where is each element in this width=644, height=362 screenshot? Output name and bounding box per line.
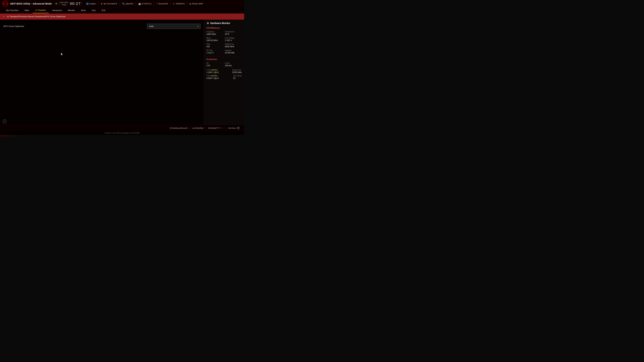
dos-thresh: Dos Thresh 91 bbox=[233, 75, 242, 79]
nav-ai-tweaker[interactable]: Ai Tweaker bbox=[33, 7, 49, 13]
day-display: Friday bbox=[60, 4, 68, 6]
nav-tool[interactable]: Tool bbox=[89, 7, 98, 13]
div3 bbox=[98, 2, 98, 5]
footer-last-modified[interactable]: Last Modified bbox=[190, 127, 206, 129]
hotkey-badge: ? bbox=[237, 127, 240, 129]
settings-icon[interactable]: ⚙ bbox=[55, 2, 57, 5]
mouse-cursor bbox=[61, 53, 63, 56]
cpu-memory-header: CPU/Memory bbox=[206, 27, 242, 29]
gfx-optimizer-select[interactable]: Auto All Core Per Core bbox=[147, 24, 200, 29]
breadcrumb-bar: ← Ai Tweaker\Precision Boost Overdrive\G… bbox=[0, 13, 244, 19]
sidebar-title-text: Hardware Monitor bbox=[210, 22, 230, 24]
tool-ai-oc[interactable]: 🤖 AI OC(F11) bbox=[137, 2, 153, 6]
breadcrumb: Ai Tweaker\Precision Boost Overdrive\GFX… bbox=[7, 15, 66, 18]
tool-search[interactable]: ? Search(F9) bbox=[155, 2, 170, 6]
star-icon: ★ bbox=[100, 2, 103, 5]
cpu-memory-stats: Frequency 4300 MHz Temperature 33°C BCLK… bbox=[206, 31, 242, 54]
stat-bclk: BCLK 100.00 MHz bbox=[206, 37, 224, 41]
rog-logo-icon: ROG bbox=[2, 1, 8, 7]
ezmode-icon: ⊢→ bbox=[220, 127, 224, 129]
prediction-stats: SP 119 Cooler 166 pts bbox=[206, 62, 242, 67]
stat-ratio: Ratio 43x bbox=[206, 43, 224, 48]
sidebar-divider bbox=[206, 56, 242, 56]
stat-frequency: Frequency 4300 MHz bbox=[206, 31, 224, 35]
tool-qfan[interactable]: 🔧 Qfan(F6) bbox=[121, 2, 135, 6]
prediction-5205-row: V for 5205MHz 1.260 V @L5 Heavy Freq 520… bbox=[206, 69, 242, 73]
gfx-optimizer-label: GFX Curve Optimizer bbox=[3, 25, 24, 27]
prediction-4300-row: V for 4300MHz 0.930 V @L5 Dos Thresh 91 bbox=[206, 75, 242, 79]
footer-qdashboard[interactable]: Q-Dashboard(Insert) bbox=[168, 127, 189, 129]
nav-my-favorites[interactable]: My Favorites bbox=[3, 7, 21, 13]
app-title: UEFI BIOS Utility - Advanced Mode bbox=[10, 2, 52, 5]
div6 bbox=[154, 2, 154, 5]
nav-exit[interactable]: Exit bbox=[99, 7, 108, 13]
info-icon-area: i bbox=[3, 119, 6, 123]
stat-temperature: Temperature 33°C bbox=[225, 31, 242, 35]
tool-resize-bar[interactable]: ⊞ ReSize BAR bbox=[188, 2, 204, 6]
nav-monitor[interactable]: Monitor bbox=[65, 7, 78, 13]
stat-dram-freq: DRAM Freq. 6400 MHz bbox=[225, 43, 242, 48]
nav-advanced[interactable]: Advanced bbox=[50, 7, 64, 13]
heavy-freq: Heavy Freq 5205 MHz bbox=[232, 69, 242, 73]
tool-english[interactable]: 🌐 English bbox=[85, 2, 97, 6]
stat-cooler: Cooler 166 pts bbox=[225, 62, 242, 67]
nav-boot[interactable]: Boot bbox=[78, 7, 88, 13]
svg-text:ROG: ROG bbox=[3, 2, 8, 5]
resize-icon: ⊞ bbox=[190, 2, 191, 5]
sidebar-title-area: 🖥 Hardware Monitor bbox=[206, 22, 242, 24]
version-text: Version 2.22.1284 Copyright (C) 2024 AMI bbox=[105, 132, 140, 134]
nav-bar: My Favorites Main Ai Tweaker Advanced Mo… bbox=[0, 7, 244, 13]
stat-mc-volt: MC Volt. 1.412 V bbox=[206, 49, 224, 54]
stat-sp: SP 119 bbox=[206, 62, 224, 67]
header-top: ROG UEFI BIOS Utility - Advanced Mode ⚙ … bbox=[0, 0, 244, 7]
divider bbox=[59, 2, 59, 5]
stat-capacity: Capacity 32768 MB bbox=[225, 49, 242, 54]
tool-my-favorite[interactable]: ★ My Favorite(F3) bbox=[99, 2, 118, 6]
footer: Q-Dashboard(Insert) | Last Modified | Ez… bbox=[0, 125, 244, 131]
divider2 bbox=[82, 2, 82, 5]
info-icon[interactable]: i bbox=[3, 119, 6, 123]
back-button[interactable]: ← bbox=[3, 15, 5, 18]
div4 bbox=[120, 2, 120, 5]
fan-icon: 🔧 bbox=[122, 2, 125, 5]
gfx-optimizer-dropdown[interactable]: Auto All Core Per Core ▼ bbox=[147, 24, 200, 29]
monitor-icon: 🖥 bbox=[206, 22, 209, 24]
clock-display: 00:27 bbox=[70, 1, 81, 6]
header: ROG UEFI BIOS Utility - Advanced Mode ⚙ … bbox=[0, 0, 244, 13]
ai-icon: 🤖 bbox=[138, 2, 141, 5]
v-for-4300-label: V for 4300MHz 0.930 V @L5 bbox=[206, 75, 219, 79]
aura-icon: ☀ bbox=[173, 2, 175, 5]
prediction-header: Prediction bbox=[206, 58, 242, 60]
header-tools: 🌐 English ★ My Favorite(F3) 🔧 Qfan(F6) 🤖… bbox=[85, 2, 242, 6]
div8 bbox=[187, 2, 187, 5]
version-bar: Version 2.22.1284 Copyright (C) 2024 AMI bbox=[0, 131, 244, 135]
footer-ezmode[interactable]: EzMode(F7) ⊢→ bbox=[206, 127, 226, 129]
search-icon: ? bbox=[156, 2, 158, 5]
v-for-5205-label: V for 5205MHz 1.260 V @L5 bbox=[206, 69, 219, 73]
datetime-area: 09/27/2024 Friday bbox=[60, 1, 68, 6]
hardware-monitor-sidebar: 🖥 Hardware Monitor CPU/Memory Frequency … bbox=[204, 19, 244, 125]
globe-icon: 🌐 bbox=[86, 2, 89, 5]
setting-row-gfx: GFX Curve Optimizer Auto All Core Per Co… bbox=[3, 22, 200, 30]
stat-core-voltage: Core Voltage 1.332 V bbox=[225, 37, 242, 41]
date-display: 09/27/2024 bbox=[60, 1, 68, 4]
tool-aura[interactable]: ☀ AURA(F4) bbox=[172, 2, 186, 6]
main-layout: GFX Curve Optimizer Auto All Core Per Co… bbox=[0, 19, 244, 125]
logo-area: ROG UEFI BIOS Utility - Advanced Mode bbox=[2, 1, 52, 7]
content-area: GFX Curve Optimizer Auto All Core Per Co… bbox=[0, 19, 204, 125]
footer-hot-keys[interactable]: Hot Keys ? bbox=[226, 127, 242, 129]
nav-main[interactable]: Main bbox=[22, 7, 32, 13]
